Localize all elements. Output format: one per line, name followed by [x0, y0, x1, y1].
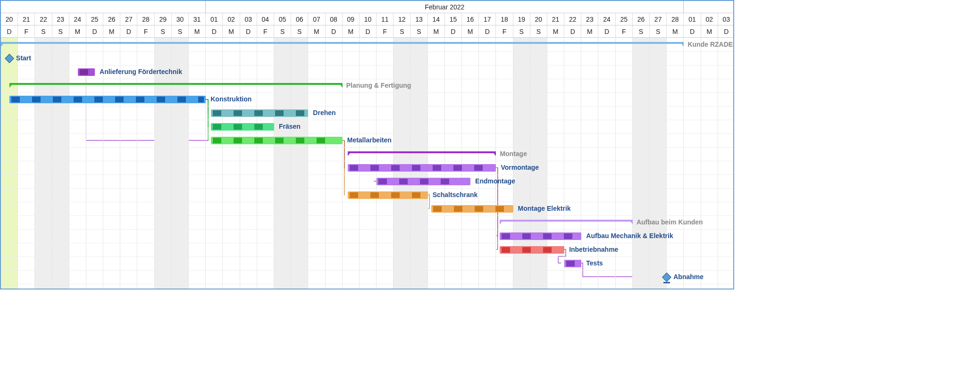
weekday-cell: D	[326, 25, 343, 37]
day-cell: 31	[189, 13, 206, 25]
grid-column	[633, 38, 650, 289]
day-cell: 25	[86, 13, 103, 25]
task-bar[interactable]	[211, 137, 343, 144]
day-cell: 15	[445, 13, 462, 25]
task-bar[interactable]	[348, 191, 428, 199]
day-cell: 05	[274, 13, 291, 25]
weekday-cell: S	[650, 25, 667, 37]
day-cell: 23	[52, 13, 69, 25]
day-cell: 01	[206, 13, 223, 25]
weekday-cell: D	[445, 25, 462, 37]
task-bar[interactable]	[348, 164, 496, 172]
day-cell: 07	[308, 13, 325, 25]
bar-label: Aufbau Mechanik & Elektrik	[586, 232, 673, 240]
grid-column	[428, 38, 445, 289]
task-bar[interactable]	[9, 96, 206, 103]
day-cell: 19	[513, 13, 530, 25]
weekday-cell: M	[701, 25, 718, 37]
task-bar[interactable]	[211, 123, 274, 131]
timescale-weekday-row: DFSSMDMDFSSMDMDFSSMDMDFSSMDMDFSSMDMDFSSM…	[1, 25, 733, 38]
day-cell: 20	[530, 13, 547, 25]
day-cell: 21	[18, 13, 35, 25]
grid-column	[206, 38, 223, 289]
month-cell	[1, 1, 206, 13]
weekday-cell: M	[189, 25, 206, 37]
day-cell: 28	[667, 13, 684, 25]
weekday-cell: M	[223, 25, 240, 37]
grid-column	[701, 38, 718, 289]
task-bar[interactable]	[500, 246, 565, 254]
grid-column	[274, 38, 291, 289]
task-bar[interactable]	[431, 205, 513, 213]
task-bar[interactable]	[377, 178, 470, 185]
weekday-cell: S	[172, 25, 189, 37]
weekday-cell: S	[35, 25, 52, 37]
bar-label: Tests	[586, 259, 603, 267]
grid-column	[172, 38, 189, 289]
grid-column	[257, 38, 274, 289]
day-cell: 02	[701, 13, 718, 25]
grid-column	[462, 38, 479, 289]
grid-column	[120, 38, 137, 289]
timescale-day-row: 2021222324252627282930310102030405060708…	[1, 13, 733, 25]
weekday-cell: F	[137, 25, 154, 37]
weekday-cell: S	[633, 25, 650, 37]
bar-label: Inbetriebnahme	[569, 246, 618, 253]
weekday-cell: D	[684, 25, 701, 37]
grid-column	[394, 38, 410, 289]
task-bar[interactable]	[78, 68, 95, 76]
grid-column	[35, 38, 52, 289]
grid-column	[326, 38, 343, 289]
bar-label: Planung & Fertigung	[346, 82, 411, 89]
weekday-cell: M	[428, 25, 445, 37]
weekday-cell: M	[667, 25, 684, 37]
bar-label: Metallarbeiten	[347, 136, 392, 144]
day-cell: 23	[581, 13, 598, 25]
day-cell: 20	[1, 13, 18, 25]
bar-label: Anlieferung Fördertechnik	[100, 68, 182, 75]
weekday-cell: M	[69, 25, 86, 37]
grid-column	[343, 38, 360, 289]
grid-column	[18, 38, 35, 289]
grid-column	[650, 38, 667, 289]
timescale-month-row: Februar 2022	[1, 1, 733, 13]
day-cell: 27	[650, 13, 667, 25]
grid-column	[1, 38, 18, 289]
day-cell: 08	[326, 13, 343, 25]
weekday-cell: M	[343, 25, 360, 37]
grid-column	[445, 38, 462, 289]
day-cell: 02	[223, 13, 240, 25]
weekday-cell: D	[479, 25, 496, 37]
gantt-body: Kunde RZADE541StartAnlieferung Fördertec…	[1, 38, 733, 289]
day-cell: 01	[684, 13, 701, 25]
day-cell: 06	[291, 13, 308, 25]
task-bar[interactable]	[211, 109, 308, 117]
weekday-cell: S	[394, 25, 410, 37]
weekday-cell: D	[206, 25, 223, 37]
summary-bar[interactable]	[9, 83, 343, 87]
weekday-cell: S	[52, 25, 69, 37]
grid-column	[103, 38, 120, 289]
bar-label: Abnahme	[673, 273, 704, 281]
summary-bar[interactable]	[1, 42, 684, 46]
grid-column	[155, 38, 172, 289]
weekday-cell: S	[155, 25, 172, 37]
day-cell: 03	[240, 13, 257, 25]
summary-bar[interactable]	[348, 151, 496, 155]
bar-label: Montage	[500, 150, 527, 157]
weekday-cell: D	[86, 25, 103, 37]
day-cell: 26	[103, 13, 120, 25]
bar-label: Konstruktion	[210, 95, 251, 103]
task-bar[interactable]	[500, 232, 582, 240]
bar-label: Vormontage	[501, 164, 539, 171]
day-cell: 24	[599, 13, 616, 25]
bar-label: Schaltschrank	[433, 191, 478, 198]
summary-bar[interactable]	[500, 220, 633, 223]
day-cell: 25	[616, 13, 633, 25]
month-cell: Februar 2022	[206, 1, 684, 13]
task-bar[interactable]	[564, 260, 581, 267]
weekday-cell: F	[257, 25, 274, 37]
day-cell: 17	[479, 13, 496, 25]
grid-column	[718, 38, 734, 289]
grid-column	[223, 38, 240, 289]
